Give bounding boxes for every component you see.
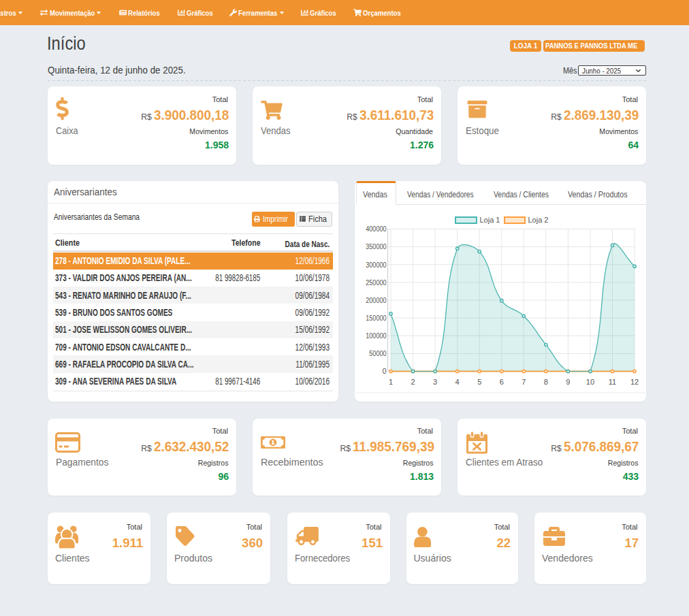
svg-text:200000: 200000 <box>366 296 386 304</box>
svg-text:350000: 350000 <box>366 242 386 250</box>
svg-text:1: 1 <box>388 378 392 386</box>
svg-text:150000: 150000 <box>366 314 386 322</box>
svg-text:250000: 250000 <box>366 278 386 287</box>
svg-text:9: 9 <box>566 378 570 386</box>
svg-text:100000: 100000 <box>366 331 386 340</box>
svg-text:5: 5 <box>477 378 481 386</box>
svg-text:400000: 400000 <box>366 225 386 233</box>
svg-text:6: 6 <box>499 378 503 386</box>
svg-text:12: 12 <box>630 378 638 386</box>
svg-text:3: 3 <box>433 378 437 386</box>
svg-text:10: 10 <box>586 378 594 386</box>
svg-text:4: 4 <box>455 378 459 386</box>
svg-text:0: 0 <box>382 367 386 375</box>
svg-text:300000: 300000 <box>366 261 386 269</box>
svg-text:50000: 50000 <box>369 349 386 357</box>
svg-text:2: 2 <box>411 378 415 386</box>
svg-text:7: 7 <box>522 378 526 386</box>
svg-text:8: 8 <box>543 378 547 386</box>
svg-text:11: 11 <box>608 378 615 386</box>
